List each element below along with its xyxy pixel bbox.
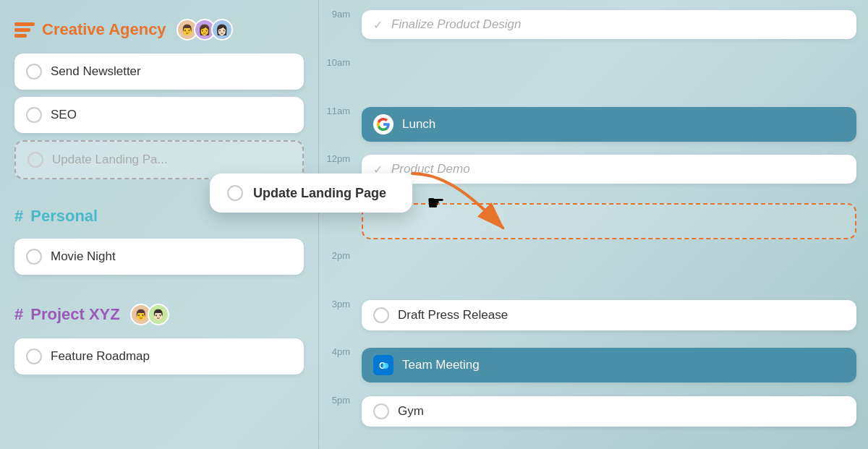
time-label-3pm: 3pm: [319, 297, 359, 309]
time-row-2pm: 2pm: [319, 249, 868, 297]
cal-text-finalize: Finalize Product Design: [391, 17, 522, 32]
time-label-10am: 10am: [319, 56, 359, 68]
cal-event-lunch[interactable]: Lunch: [362, 107, 856, 142]
time-row-3pm: 3pm Draft Press Release: [319, 297, 868, 346]
personal-title: Personal: [30, 207, 98, 226]
cal-event-team-meeting[interactable]: O Team Meeting: [362, 348, 856, 382]
time-row-10am: 10am: [319, 56, 868, 104]
time-content-9am: ✓ Finalize Product Design: [359, 7, 868, 42]
task-label-seo: SEO: [51, 108, 77, 122]
cal-text-team-meeting: Team Meeting: [402, 358, 480, 372]
cal-event-finalize[interactable]: ✓ Finalize Product Design: [362, 10, 856, 39]
cal-text-draft-press: Draft Press Release: [398, 308, 508, 322]
avatar-3: 👩🏻: [211, 19, 233, 40]
cal-text-lunch: Lunch: [402, 117, 435, 132]
hash-personal-icon: #: [14, 207, 23, 226]
avatar-xyz-2: 👨🏻: [148, 304, 169, 325]
project-xyz-avatars: 👨 👨🏻: [130, 304, 169, 325]
checkbox-gym[interactable]: [373, 403, 389, 419]
creative-agency-avatars: 👨 👩 👩🏻: [176, 19, 233, 40]
project-xyz-header: # Project XYZ 👨 👨🏻: [14, 304, 304, 325]
cal-event-draft-press[interactable]: Draft Press Release: [362, 300, 856, 330]
time-content-1pm: [359, 200, 868, 242]
time-label-12pm: 12pm: [319, 152, 359, 164]
floating-checkbox: [227, 185, 243, 201]
creative-agency-header: Creative Agency 👨 👩 👩🏻: [14, 19, 304, 40]
google-icon: [373, 114, 393, 134]
time-label-5pm: 5pm: [319, 393, 359, 406]
time-label-11am: 11am: [319, 104, 359, 116]
time-row-9am: 9am ✓ Finalize Product Design: [319, 7, 868, 56]
time-content-3pm: Draft Press Release: [359, 297, 868, 333]
task-label-movie-night: Movie Night: [51, 249, 116, 264]
outlook-icon: O: [373, 355, 393, 375]
time-content-11am: Lunch: [359, 104, 868, 145]
time-content-12pm: ✓ Product Demo: [359, 152, 868, 187]
hash-xyz-icon: #: [14, 305, 23, 324]
time-label-2pm: 2pm: [319, 249, 359, 261]
cal-event-gym[interactable]: Gym: [362, 396, 856, 427]
time-label-4pm: 4pm: [319, 345, 359, 357]
checkbox-draft-press[interactable]: [373, 307, 389, 323]
checkbox-feature-roadmap[interactable]: [26, 348, 42, 364]
time-row-4pm: 4pm O Team Meeting: [319, 345, 868, 393]
gap-2: [14, 282, 304, 292]
svg-point-3: [383, 363, 388, 369]
checkmark-finalize: ✓: [373, 18, 383, 32]
right-panel: 9am ✓ Finalize Product Design 10am 11am: [319, 0, 868, 449]
left-panel: Creative Agency 👨 👩 👩🏻 Send Newsletter S…: [0, 0, 318, 449]
checkbox-send-newsletter[interactable]: [26, 64, 42, 80]
checkbox-movie-night[interactable]: [26, 249, 42, 265]
task-label-update-landing-dashed: Update Landing Pa...: [52, 153, 168, 167]
time-row-5pm: 5pm Gym: [319, 393, 868, 442]
task-feature-roadmap[interactable]: Feature Roadmap: [14, 338, 304, 375]
project-xyz-title: Project XYZ: [30, 305, 119, 324]
cal-text-gym: Gym: [398, 404, 424, 419]
cal-event-product-demo[interactable]: ✓ Product Demo: [362, 155, 856, 184]
time-content-5pm: Gym: [359, 393, 868, 429]
time-label-9am: 9am: [319, 7, 359, 20]
time-content-2pm: [359, 249, 868, 255]
time-content-10am: [359, 56, 868, 61]
time-row-11am: 11am Lunch: [319, 104, 868, 153]
checkbox-update-landing-dashed: [27, 152, 43, 168]
drop-zone-1pm[interactable]: [362, 203, 856, 239]
floating-task-label: Update Landing Page: [253, 186, 386, 201]
task-label-send-newsletter: Send Newsletter: [51, 64, 141, 79]
task-label-feature-roadmap: Feature Roadmap: [51, 349, 150, 364]
checkbox-seo[interactable]: [26, 107, 42, 123]
time-content-4pm: O Team Meeting: [359, 345, 868, 385]
floating-task[interactable]: Update Landing Page: [210, 174, 412, 213]
time-grid: 9am ✓ Finalize Product Design 10am 11am: [319, 7, 868, 442]
layers-icon: [14, 20, 35, 40]
task-movie-night[interactable]: Movie Night: [14, 239, 304, 275]
task-send-newsletter[interactable]: Send Newsletter: [14, 54, 304, 90]
creative-agency-title: Creative Agency: [42, 20, 166, 39]
task-seo[interactable]: SEO: [14, 97, 304, 133]
